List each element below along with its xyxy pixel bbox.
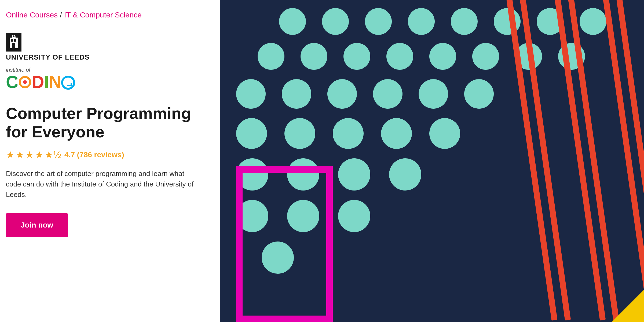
svg-rect-3	[11, 39, 13, 42]
dot-25	[333, 118, 364, 149]
dot-24	[284, 118, 315, 149]
star-4: ★	[35, 149, 43, 160]
coding-n-letter: N	[49, 74, 61, 91]
dot-12	[386, 43, 413, 70]
institute-prefix: institute of	[6, 67, 212, 73]
coding-d-letter: D	[32, 74, 44, 91]
dot-2	[322, 8, 349, 35]
breadcrumb-category: IT & Computer Science	[64, 11, 142, 19]
coding-o-letter	[18, 74, 32, 91]
dot-30	[338, 158, 370, 191]
institute-of-coding-logo: institute of C D I N	[6, 67, 212, 91]
svg-rect-4	[14, 39, 16, 42]
dot-17	[236, 79, 266, 109]
yellow-triangle	[612, 290, 644, 322]
dot-22	[464, 79, 494, 109]
dot-14	[472, 43, 499, 70]
join-now-button[interactable]: Join now	[6, 213, 68, 237]
rating-section: ★ ★ ★ ★ ★½ 4.7 (786 reviews)	[6, 149, 212, 160]
dot-23	[236, 118, 267, 149]
university-name: UNIVERSITY OF LEEDS	[6, 53, 90, 61]
dot-31	[389, 158, 421, 191]
dot-34	[338, 200, 370, 232]
star-2: ★	[16, 149, 24, 160]
course-description: Discover the art of computer programming…	[6, 169, 199, 200]
dot-1	[279, 8, 306, 35]
dot-20	[373, 79, 402, 109]
logos-section: UNIVERSITY OF LEEDS institute of C D I N	[6, 33, 212, 91]
coding-i-letter: I	[44, 74, 49, 91]
coding-g-letter	[61, 76, 75, 90]
dot-13	[429, 43, 456, 70]
coding-c-letter: C	[6, 74, 18, 91]
dot-19	[327, 79, 357, 109]
rating-value: 4.7 (786 reviews)	[64, 151, 124, 159]
dot-26	[381, 118, 412, 149]
university-icon	[6, 33, 21, 52]
dot-27	[429, 118, 460, 149]
dot-9	[258, 43, 284, 70]
breadcrumb-separator: /	[60, 11, 62, 19]
right-panel	[220, 0, 644, 322]
dot-10	[301, 43, 327, 70]
dot-8	[580, 8, 606, 35]
stripe-5	[596, 0, 644, 321]
star-half: ★½	[45, 149, 61, 160]
magenta-rectangle	[236, 166, 333, 322]
dot-18	[282, 79, 311, 109]
svg-point-6	[13, 35, 14, 37]
course-title: Computer Programming for Everyone	[6, 104, 212, 141]
breadcrumb-online-courses[interactable]: Online Courses	[6, 11, 58, 19]
star-3: ★	[25, 149, 34, 160]
left-panel: Online Courses / IT & Computer Science U…	[0, 0, 220, 322]
star-rating: ★ ★ ★ ★ ★½	[6, 149, 61, 160]
coding-word: C D I N	[6, 74, 212, 91]
dot-21	[419, 79, 448, 109]
star-1: ★	[6, 149, 14, 160]
breadcrumb: Online Courses / IT & Computer Science	[6, 11, 212, 19]
svg-rect-5	[12, 43, 15, 48]
university-logo: UNIVERSITY OF LEEDS	[6, 33, 212, 61]
dot-3	[365, 8, 392, 35]
dot-4	[408, 8, 435, 35]
dot-5	[451, 8, 478, 35]
dot-11	[343, 43, 370, 70]
dots-artwork	[220, 0, 644, 322]
